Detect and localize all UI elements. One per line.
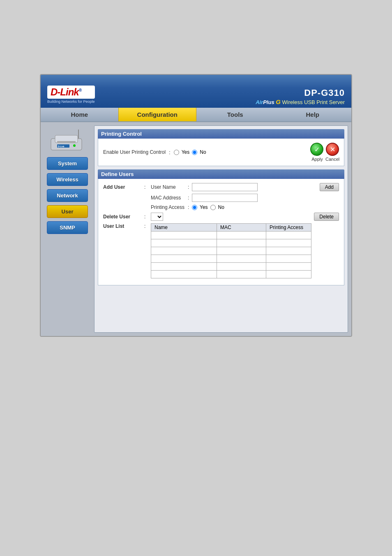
define-users-body: Add User : User Name : Add MAC Address : <box>98 179 344 285</box>
table-row <box>151 239 311 247</box>
enable-colon: : <box>169 149 171 155</box>
printing-access-no-label: No <box>218 204 224 210</box>
main-frame: D-Link® Building Networks for People DP-… <box>40 74 352 337</box>
printing-control-section: Printing Control Enable User Printing Co… <box>98 129 344 166</box>
sidebar-system[interactable]: System <box>47 157 88 170</box>
printing-access-field-label: Printing Access <box>151 204 188 210</box>
content-footer <box>95 289 348 297</box>
add-user-row: Add User : User Name : Add <box>103 183 339 191</box>
product-subtitle: AirPlus G Wireless USB Print Server <box>256 98 345 105</box>
enable-yes-label: Yes <box>182 149 190 155</box>
table-row <box>151 271 311 278</box>
svg-rect-3 <box>57 141 76 143</box>
mac-colon: : <box>188 195 192 201</box>
user-name-cell <box>151 232 217 239</box>
table-row <box>151 247 311 255</box>
add-user-colon: : <box>144 184 151 190</box>
username-colon: : <box>188 184 192 190</box>
header-right: DP-G310 AirPlus G Wireless USB Print Ser… <box>256 88 345 108</box>
airplus-logo: AirPlus G <box>256 99 282 105</box>
sidebar-wireless[interactable]: Wireless <box>47 173 88 186</box>
apply-button[interactable]: ✓ <box>310 143 323 156</box>
printing-access-radio-group: Yes No <box>192 204 224 210</box>
col-mac-header: MAC <box>217 224 266 232</box>
user-mac-cell <box>217 232 266 239</box>
col-name-header: Name <box>151 224 217 232</box>
printing-control-body: Enable User Printing Control : Yes No <box>98 139 344 166</box>
sidebar-network[interactable]: Network <box>47 189 88 202</box>
col-access-header: Printing Access <box>266 224 311 232</box>
sidebar-user[interactable]: User <box>47 205 88 218</box>
product-subtitle-text: Wireless USB Print Server <box>282 99 345 105</box>
navbar: Home Configuration Tools Help <box>41 108 351 122</box>
enable-no-radio[interactable] <box>192 150 197 155</box>
username-input[interactable] <box>192 183 258 191</box>
nav-home[interactable]: Home <box>41 108 118 121</box>
delete-user-select[interactable] <box>151 213 163 221</box>
printing-control-header: Printing Control <box>98 129 344 139</box>
nav-tools[interactable]: Tools <box>196 108 274 121</box>
define-users-header: Define Users <box>98 169 344 179</box>
apply-label: Apply <box>311 157 324 162</box>
delete-user-colon: : <box>144 214 151 220</box>
svg-text:D-Link: D-Link <box>58 145 65 148</box>
user-list-colon: : <box>144 223 151 229</box>
sidebar-snmp[interactable]: SNMP <box>47 221 88 234</box>
mac-address-row: MAC Address : <box>151 194 339 202</box>
define-users-section: Define Users Add User : User Name : Add <box>98 169 344 285</box>
logo-area: D-Link® Building Networks for People <box>47 86 95 108</box>
user-list-label: User List <box>103 223 144 229</box>
apply-cancel-labels: Apply Cancel <box>311 157 339 162</box>
add-button[interactable]: Add <box>320 183 339 191</box>
delete-button[interactable]: Delete <box>314 213 339 221</box>
apply-cancel-area: ✓ ✕ Apply Cancel <box>310 143 339 162</box>
enable-yes-radio[interactable] <box>174 150 179 155</box>
header: D-Link® Building Networks for People DP-… <box>41 75 351 108</box>
mac-input[interactable] <box>192 194 258 202</box>
logo-tagline: Building Networks for People <box>47 100 95 104</box>
printing-access-yes-label: Yes <box>200 204 208 210</box>
delete-user-row: Delete User : Delete <box>103 213 339 221</box>
content-area: Printing Control Enable User Printing Co… <box>94 125 348 333</box>
mac-field-label: MAC Address <box>151 195 188 201</box>
nav-help[interactable]: Help <box>274 108 352 121</box>
printing-access-yes-radio[interactable] <box>192 205 197 210</box>
user-list-row: User List : Name MAC Printing Access <box>103 223 339 278</box>
enable-no-label: No <box>200 149 206 155</box>
enable-radio-group: Yes No <box>174 149 206 155</box>
table-row <box>151 263 311 271</box>
enable-label: Enable User Printing Control <box>103 149 166 155</box>
printing-access-no-radio[interactable] <box>210 205 216 210</box>
cancel-button[interactable]: ✕ <box>326 143 339 156</box>
table-row <box>151 232 311 239</box>
printing-control-row: Enable User Printing Control : Yes No <box>103 143 339 162</box>
user-list-table: Name MAC Printing Access <box>151 223 311 278</box>
main-layout: D-Link System Wireless Network User SNMP… <box>41 122 351 336</box>
delete-user-label: Delete User <box>103 214 144 220</box>
printer-image: D-Link <box>49 126 86 153</box>
sidebar: D-Link System Wireless Network User SNMP <box>41 122 94 336</box>
printing-access-row: Printing Access : Yes No <box>151 204 339 210</box>
user-access-cell <box>266 232 311 239</box>
brand-name: D-Link® <box>51 86 81 97</box>
printing-access-colon: : <box>188 204 192 210</box>
product-model: DP-G310 <box>256 88 345 98</box>
logo-dlink: D-Link® <box>47 86 95 99</box>
apply-cancel-buttons: ✓ ✕ <box>310 143 339 156</box>
svg-point-6 <box>73 144 76 147</box>
nav-configuration[interactable]: Configuration <box>118 108 197 121</box>
table-row <box>151 255 311 263</box>
username-field-label: User Name <box>151 184 188 190</box>
printing-control-left: Enable User Printing Control : Yes No <box>103 149 206 155</box>
add-user-label: Add User <box>103 184 144 190</box>
cancel-label: Cancel <box>325 157 339 162</box>
